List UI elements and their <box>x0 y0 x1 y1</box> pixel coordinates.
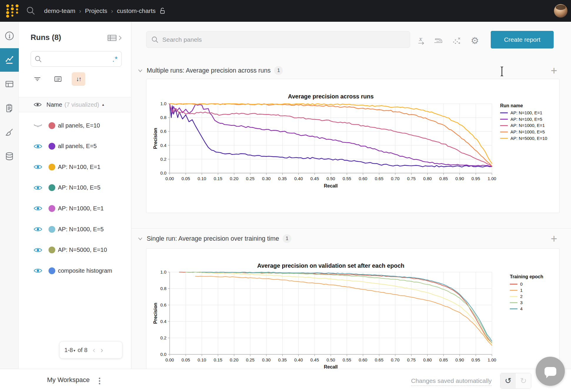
caret-down-icon: ▾ <box>74 349 75 353</box>
panel-avg-precision-across-runs[interactable]: 0.00.20.40.60.81.00.000.050.100.150.200.… <box>146 79 560 213</box>
section-title[interactable]: Single run: Average precision over train… <box>147 235 279 242</box>
settings-button[interactable]: ⚙ <box>470 35 480 46</box>
rail-item-charts[interactable] <box>0 48 19 72</box>
global-search-icon[interactable] <box>26 6 36 16</box>
svg-text:AP: N=1000, E=1: AP: N=1000, E=1 <box>510 123 545 128</box>
eye-visible-toggle[interactable] <box>34 164 42 170</box>
svg-text:0.40: 0.40 <box>294 176 303 181</box>
sort-button[interactable]: ↓↑ <box>72 72 85 86</box>
sort-icon: ↓↑ <box>76 76 81 83</box>
prev-page-button[interactable]: ‹ <box>93 347 95 353</box>
regex-toggle[interactable]: .* <box>112 56 118 62</box>
panel-count-badge: 1 <box>283 234 291 243</box>
panel-search-input[interactable] <box>162 36 405 43</box>
run-row: AP: N=5000, E=10 <box>19 243 131 257</box>
svg-text:0.55: 0.55 <box>343 357 351 362</box>
runs-table-icon <box>107 34 117 42</box>
run-color-dot[interactable] <box>49 267 55 274</box>
svg-text:0.8: 0.8 <box>160 286 166 291</box>
breadcrumb-project[interactable]: custom-charts <box>117 7 156 14</box>
run-label[interactable]: AP: N=1000, E=5 <box>58 226 104 233</box>
add-panel-button[interactable]: + <box>549 233 559 244</box>
help-chat-button[interactable] <box>536 357 565 386</box>
add-panel-button[interactable]: + <box>549 65 559 76</box>
line-chart-icon <box>5 55 14 65</box>
rail-item-info[interactable] <box>0 24 19 48</box>
run-label[interactable]: AP: N=5000, E=10 <box>58 247 107 253</box>
undo-button[interactable]: ↺ <box>500 373 516 388</box>
run-label[interactable]: composite histogram <box>58 267 112 274</box>
run-color-dot[interactable] <box>49 143 55 150</box>
eye-visible-toggle[interactable] <box>34 247 42 253</box>
run-color-dot[interactable] <box>49 184 55 191</box>
svg-text:Training epoch: Training epoch <box>510 274 543 279</box>
outliers-button[interactable] <box>451 35 462 46</box>
run-color-dot[interactable] <box>49 205 55 212</box>
svg-text:0.85: 0.85 <box>439 176 448 181</box>
eye-hidden-toggle[interactable] <box>34 122 42 129</box>
breadcrumb-team[interactable]: demo-team <box>44 7 75 14</box>
runs-table-expand-button[interactable] <box>107 33 123 42</box>
svg-text:3: 3 <box>520 300 522 305</box>
eye-visible-toggle[interactable] <box>34 267 42 274</box>
runs-search-input[interactable] <box>42 56 112 62</box>
panel-count-badge: 1 <box>274 66 283 75</box>
chevron-down-icon[interactable] <box>137 236 143 242</box>
next-page-button[interactable]: › <box>101 347 103 353</box>
run-label[interactable]: AP: N=1000, E=1 <box>58 205 104 212</box>
x-axis-settings-button[interactable]: x <box>416 35 427 46</box>
rail-item-notes[interactable] <box>0 96 19 120</box>
svg-text:0.45: 0.45 <box>310 357 319 362</box>
run-row: AP: N=1000, E=1 <box>19 201 131 215</box>
group-button[interactable] <box>51 72 65 86</box>
wandb-logo-icon[interactable] <box>5 4 20 18</box>
eye-visible-toggle[interactable] <box>34 143 42 150</box>
rail-item-table[interactable] <box>0 72 19 96</box>
svg-text:0.35: 0.35 <box>278 176 287 181</box>
run-label[interactable]: all panels, E=5 <box>58 143 97 150</box>
run-color-dot[interactable] <box>49 226 55 233</box>
smoothing-button[interactable] <box>433 35 443 46</box>
run-label[interactable]: AP: N=100, E=1 <box>58 164 101 170</box>
list-icon <box>54 76 62 83</box>
section-title[interactable]: Multiple runs: Average precision across … <box>147 67 271 74</box>
runs-sidebar: Runs (8) .* <box>19 22 131 369</box>
breadcrumb-projects[interactable]: Projects <box>85 7 107 14</box>
page-range-dropdown[interactable]: 1-8 <box>64 347 73 354</box>
run-color-dot[interactable] <box>49 164 55 170</box>
search-icon <box>151 36 159 43</box>
iron-icon <box>433 36 443 45</box>
top-navbar: demo-team › Projects › custom-charts <box>0 0 571 22</box>
svg-text:Precision: Precision <box>153 128 158 149</box>
unlock-icon <box>159 7 166 14</box>
redo-button[interactable]: ↻ <box>516 373 531 388</box>
page-total-label: of 8 <box>78 347 87 354</box>
panel-search-box <box>146 31 410 48</box>
breadcrumb: demo-team › Projects › custom-charts <box>44 0 166 22</box>
eye-visible-toggle[interactable] <box>34 185 42 191</box>
svg-text:0.10: 0.10 <box>198 357 206 362</box>
user-avatar[interactable] <box>554 4 567 18</box>
broom-icon <box>5 128 14 137</box>
filter-button[interactable] <box>31 72 44 86</box>
svg-text:0.70: 0.70 <box>391 176 400 181</box>
run-color-dot[interactable] <box>49 247 55 253</box>
rail-item-artifacts[interactable] <box>0 145 19 168</box>
run-row: AP: N=100, E=5 <box>19 181 131 195</box>
runs-name-column-header[interactable]: Name (7 visualized) ▲ <box>19 97 131 112</box>
chevron-down-icon[interactable] <box>137 68 143 73</box>
workspace-menu-button[interactable] <box>96 375 102 387</box>
svg-text:Precision: Precision <box>153 303 158 324</box>
svg-text:Average precision across runs: Average precision across runs <box>288 93 374 100</box>
bottom-bar: My Workspace Changes saved automatically… <box>0 369 571 392</box>
svg-text:AP: N=1000, E=5: AP: N=1000, E=5 <box>510 129 545 134</box>
run-label[interactable]: all panels, E=10 <box>58 122 100 129</box>
create-report-button[interactable]: Create report <box>491 31 554 48</box>
rail-item-sweeps[interactable] <box>0 120 19 144</box>
run-color-dot[interactable] <box>49 122 55 129</box>
eye-visible-toggle[interactable] <box>34 226 42 232</box>
run-label[interactable]: AP: N=100, E=5 <box>58 184 101 191</box>
name-column-label: Name <box>46 101 62 108</box>
workspace-selector[interactable]: My Workspace <box>47 376 90 384</box>
eye-visible-toggle[interactable] <box>34 205 42 212</box>
